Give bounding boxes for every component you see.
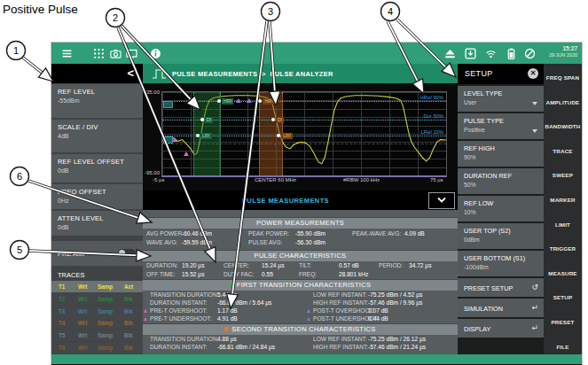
save-icon[interactable] xyxy=(465,48,476,59)
measurement-row: DURATION INSTANT:-66.81 dBm / 24.84 µsHI… xyxy=(143,343,458,352)
screenshot-icon[interactable] xyxy=(126,48,137,59)
menu-item-trace[interactable]: TRACE xyxy=(544,148,582,154)
sidebar-button-value: -55dBm xyxy=(58,97,80,104)
setup-button-ref-high[interactable]: REF HIGH90% xyxy=(458,141,544,167)
collapse-chevron-icon[interactable]: < xyxy=(127,66,134,80)
setup-button-display[interactable]: DISPLAY↵ xyxy=(458,319,544,338)
rbw-label: #RBW 100 kHz xyxy=(343,177,380,182)
callout-arrow-shaft xyxy=(23,58,44,74)
pre-amp-toggle[interactable] xyxy=(118,249,136,257)
setup-button-preset-setup[interactable]: PRESET SETUP↺ xyxy=(458,278,544,297)
measurement-results: POWER MEASUREMENTSAVG POWER:-60.46 dBmPE… xyxy=(143,210,458,354)
callout-number: 3 xyxy=(268,6,273,17)
breadcrumb-bar: PULSE MEASUREMENTS > PULSE ANALYZER xyxy=(143,64,458,83)
measurement-marker-icon xyxy=(307,309,310,313)
center-frequency-label: CENTER 60 MHz xyxy=(255,177,296,182)
marker-dot-di xyxy=(200,118,204,121)
trace-id: T1 xyxy=(59,283,65,290)
setup-button-value: Positive xyxy=(464,127,485,133)
close-icon[interactable]: ✕ xyxy=(528,68,538,79)
menu-item-file[interactable]: FILE xyxy=(544,344,582,350)
menu-icon[interactable] xyxy=(61,48,73,59)
setup-button-simulation[interactable]: SIMULATION↵ xyxy=(458,299,544,317)
sidebar-button-scale-div[interactable]: SCALE / DIV4dB xyxy=(51,120,143,152)
trace-row[interactable]: T5WrtSampBlk xyxy=(51,330,143,341)
setup-button-ref-low[interactable]: REF LOW10% xyxy=(458,196,544,221)
measurement-value: -60.46 dBm xyxy=(182,229,212,238)
sidebar-button-pre-amp[interactable]: PRE AMP xyxy=(51,241,143,266)
measurement-value: 0.44 dB xyxy=(368,315,388,323)
trace-detector: Samp xyxy=(98,283,113,290)
x-axis-start-label: -5 µs xyxy=(153,177,164,182)
breadcrumb-parent[interactable]: PULSE MEASUREMENTS xyxy=(172,70,257,78)
setup-button-label: PULSE TYPE xyxy=(464,117,504,125)
sidebar-collapse-bar: < xyxy=(51,64,143,83)
setup-button-pulse-type[interactable]: PULSE TYPEPositive xyxy=(458,113,544,139)
menu-item-trigger[interactable]: TRIGGER xyxy=(544,245,582,252)
breadcrumb-separator: > xyxy=(262,70,266,78)
trace-row[interactable]: T1WrtSampAct xyxy=(51,281,143,292)
figure-caption: Positive Pulse xyxy=(3,3,78,16)
marker-badge-di: DI xyxy=(276,117,285,123)
y-axis-top-label: -35.00 xyxy=(143,89,160,95)
trace-state: Blk xyxy=(124,308,133,315)
sidebar-button-freq-offset[interactable]: FREQ OFFSET0Hz xyxy=(51,184,143,209)
marker-dot-di xyxy=(271,118,275,121)
trace-row[interactable]: T4WrtSampBlk xyxy=(51,317,143,329)
date-label: 29 JUN 2020 xyxy=(549,52,577,58)
tab-pulse-measurements[interactable]: PULSE MEASUREMENTS xyxy=(143,197,428,205)
menu-item-setup[interactable]: SETUP xyxy=(544,294,582,300)
trace-detector: Samp xyxy=(98,320,113,326)
info-icon[interactable] xyxy=(150,48,161,59)
breadcrumb: PULSE MEASUREMENTS > PULSE ANALYZER xyxy=(172,70,333,78)
sidebar-button-ref-level[interactable]: REF LEVEL-55dBm xyxy=(51,84,143,118)
section-header-first: FIRST TRANSITION CHARACTERISTICS xyxy=(143,279,458,291)
setup-button-user-top-s2[interactable]: USER TOP (S2)0dBm xyxy=(458,223,544,249)
time-label: 15:27 xyxy=(549,45,577,52)
measurement-value: 15.24 µs xyxy=(262,261,284,270)
menu-item-bandwidth[interactable]: BANDWIDTH xyxy=(544,123,582,129)
y-axis-bottom-label: -95.00 xyxy=(143,170,160,175)
setup-button-value: -100dBm xyxy=(464,264,489,270)
setup-button-label: LEVEL TYPE xyxy=(464,89,502,97)
sidebar-button-atten-level[interactable]: ATTEN LEVEL0dB xyxy=(51,211,143,236)
setup-button-level-type[interactable]: LEVEL TYPEUser xyxy=(458,86,544,112)
wifi-icon xyxy=(485,48,497,59)
menu-item-sweep[interactable]: SWEEP xyxy=(544,172,582,178)
menu-item-preset[interactable]: PRESET xyxy=(544,319,582,325)
menu-item-freq-span[interactable]: FREQ SPAN xyxy=(544,74,582,81)
x-axis-end-label: 75 µs xyxy=(430,177,443,182)
apps-grid-icon[interactable] xyxy=(93,48,105,59)
menu-item-limit[interactable]: LIMIT xyxy=(544,221,582,228)
trace-plot[interactable]: HRef 90%Dur 50%LRef 10%LRIDIHRIHRIDILRI xyxy=(161,91,447,177)
setup-panel-header: SETUP ✕ xyxy=(458,64,544,84)
trace-row[interactable]: T3WrtSampBlk xyxy=(51,306,143,317)
overshoot-marker-icon xyxy=(172,137,177,142)
setup-button-duration-ref[interactable]: DURATION REF50% xyxy=(458,168,544,194)
ref-line-label: HRef 90% xyxy=(420,95,443,100)
camera-icon[interactable] xyxy=(110,48,122,59)
callout-number: 6 xyxy=(17,171,22,182)
marker-badge-hri: HRI xyxy=(222,98,233,105)
analyzer-screenshot: 15:27 29 JUN 2020 < PULSE MEASUREMENTS >… xyxy=(51,43,582,365)
sidebar-button-ref-level-offset[interactable]: REF LEVEL OFFSET0dB xyxy=(51,154,143,182)
trace-row[interactable]: T2WrtSampBlk xyxy=(51,293,143,305)
marker-badge-di: DI xyxy=(205,117,214,123)
menu-item-marker[interactable]: MARKER xyxy=(544,197,582,203)
setup-button-user-bottom-s1[interactable]: USER BOTTOM (S1)-100dBm xyxy=(458,251,544,276)
trace-mode: Wrt xyxy=(78,296,87,302)
trace-row[interactable]: T6WrtSampBlk xyxy=(51,342,143,353)
section-header-pulse: PULSE CHARACTERISTICS xyxy=(143,250,458,261)
trace-state: Act xyxy=(124,283,133,290)
menu-item-measure[interactable]: MEASURE xyxy=(544,270,582,276)
expand-results-button[interactable] xyxy=(428,192,455,209)
measurement-label: OFF TIME: xyxy=(146,270,175,279)
trace-id: T4 xyxy=(59,320,65,326)
setup-button-label: REF HIGH xyxy=(464,144,495,152)
measurement-row: WAVE AVG:-59.59 dBmPULSE AVG:-56.30 dBm xyxy=(143,238,458,247)
setup-button-value: 0dBm xyxy=(464,237,480,243)
trace-detector: Samp xyxy=(98,345,113,351)
callout-number: 2 xyxy=(113,12,118,23)
eject-icon[interactable] xyxy=(444,48,456,59)
menu-item-amplitude[interactable]: AMPLITUDE xyxy=(544,99,582,105)
